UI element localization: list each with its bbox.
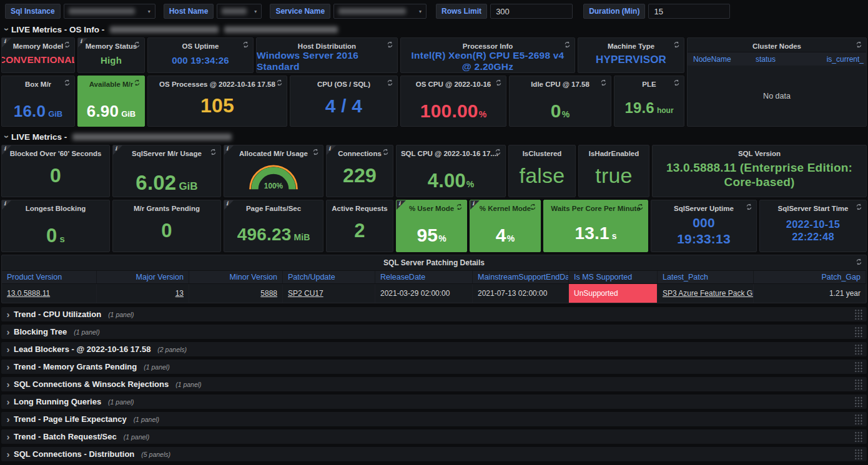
- panel-memory-grants-pending: M/r Grants Pending 0: [112, 200, 221, 252]
- column-header-patch-update[interactable]: Patch/Update: [283, 271, 375, 283]
- info-icon[interactable]: i: [224, 200, 234, 210]
- cell-major-version[interactable]: 13: [97, 284, 189, 303]
- column-header-mainstream-support[interactable]: MainstreamSupportEndDate: [473, 271, 569, 283]
- info-icon[interactable]: i: [470, 200, 480, 210]
- refresh-icon[interactable]: [673, 79, 680, 86]
- cluster-nodes-header: NodeName status is_current_: [688, 52, 866, 66]
- panel-is-clustered: IsClustered false: [508, 145, 576, 197]
- panel-blocked-over-60: i Blocked Over '60' Seconds 0: [1, 145, 110, 197]
- info-icon[interactable]: i: [78, 38, 87, 47]
- cell-product-version[interactable]: 13.0.5888.11: [2, 284, 97, 303]
- info-icon[interactable]: i: [2, 38, 11, 47]
- refresh-icon[interactable]: [134, 41, 141, 48]
- column-header-release-date[interactable]: ReleaseDate: [375, 271, 473, 283]
- sql-instance-select[interactable]: ▾: [64, 4, 155, 19]
- cell-patch-update[interactable]: SP2 CU17: [283, 284, 375, 303]
- column-header-status[interactable]: status: [750, 55, 809, 64]
- info-icon[interactable]: i: [2, 145, 11, 155]
- row-trend-memory-grants[interactable]: › Trend - Memory Grants Pending (1 panel…: [1, 360, 867, 374]
- panel-title: SqlServer Uptime: [651, 200, 756, 212]
- drag-handle[interactable]: [854, 309, 863, 320]
- refresh-icon[interactable]: [134, 79, 141, 86]
- info-icon[interactable]: i: [224, 145, 234, 155]
- stat-value: 100.00: [420, 100, 478, 122]
- refresh-icon[interactable]: [856, 258, 862, 265]
- section-header-live-metrics[interactable]: › LIVE Metrics -: [2, 130, 867, 143]
- stat-value: 0: [50, 164, 61, 187]
- section-header-os-info[interactable]: › LIVE Metrics - OS Info -: [2, 23, 867, 36]
- row-trend-cpu-utilization[interactable]: › Trend - CPU Utilization (1 panel): [1, 307, 867, 321]
- row-panel-count: (1 panel): [108, 311, 134, 318]
- drag-handle[interactable]: [854, 414, 863, 424]
- drag-handle[interactable]: [854, 379, 863, 389]
- refresh-icon[interactable]: [242, 41, 249, 48]
- refresh-icon[interactable]: [387, 79, 393, 86]
- stat-value: 0: [551, 100, 561, 122]
- chevron-right-icon: ›: [4, 380, 12, 389]
- row-trend-page-life-expectancy[interactable]: › Trend - Page Life Expectancy (1 panel): [1, 412, 867, 426]
- refresh-icon[interactable]: [210, 149, 217, 155]
- column-header-minor-version[interactable]: Minor Version: [189, 271, 283, 283]
- row-sql-connections-distribution[interactable]: › SQL Connections - Distribution (5 pane…: [1, 447, 867, 461]
- stat-unit: GiB: [121, 109, 136, 119]
- stat-value: 105: [200, 94, 234, 117]
- stat-unit: %: [562, 109, 570, 119]
- stat-value: HYPERVISOR: [596, 54, 666, 66]
- column-header-latest-patch[interactable]: Latest_Patch: [658, 271, 754, 283]
- stat-unit: hour: [657, 106, 674, 115]
- cell-latest-patch[interactable]: SP3 Azure Feature Pack GDR: [658, 284, 754, 303]
- column-header-patch-gap[interactable]: Patch_Gap: [754, 271, 866, 283]
- refresh-icon[interactable]: [312, 149, 319, 155]
- refresh-icon[interactable]: [564, 41, 571, 48]
- row-long-running-queries[interactable]: › Long Running Queries (1 panel): [1, 394, 867, 409]
- service-name-select[interactable]: ▾: [333, 4, 427, 19]
- row-lead-blockers[interactable]: › Lead Blockers - @ 2022-10-16 17.58 (2 …: [1, 342, 867, 356]
- refresh-icon[interactable]: [600, 79, 607, 86]
- stat-value: 95: [417, 225, 438, 246]
- drag-handle[interactable]: [854, 344, 863, 355]
- refresh-icon[interactable]: [276, 79, 283, 86]
- host-name-select[interactable]: ▾: [217, 4, 262, 19]
- row-panel-count: (1 panel): [134, 416, 159, 423]
- refresh-icon[interactable]: [382, 149, 389, 155]
- drag-handle[interactable]: [854, 326, 863, 337]
- refresh-icon[interactable]: [387, 41, 393, 48]
- cell-minor-version[interactable]: 5888: [189, 284, 283, 303]
- refresh-icon[interactable]: [856, 203, 862, 210]
- refresh-icon[interactable]: [637, 203, 644, 210]
- column-header-is-ms-supported[interactable]: Is MS Supported: [569, 271, 658, 283]
- column-header-nodename[interactable]: NodeName: [688, 55, 750, 64]
- refresh-icon[interactable]: [746, 203, 752, 210]
- panel-title: Allocated M/r Usage: [224, 145, 323, 157]
- refresh-icon[interactable]: [856, 41, 862, 48]
- info-icon[interactable]: i: [2, 200, 11, 210]
- refresh-icon[interactable]: [64, 41, 71, 48]
- drag-handle[interactable]: [854, 396, 863, 407]
- info-icon[interactable]: i: [113, 145, 122, 155]
- drag-handle[interactable]: [854, 431, 863, 442]
- refresh-icon[interactable]: [456, 203, 463, 210]
- drag-handle[interactable]: [854, 449, 863, 459]
- panel-os-processes: OS Processes @ 2022-10-16 17.58 105: [147, 76, 287, 127]
- column-header-is-current[interactable]: is_current_: [809, 55, 866, 64]
- row-sql-connections-winsock[interactable]: › SQL Connections & Winsock Rejections (…: [1, 377, 867, 391]
- refresh-icon[interactable]: [495, 79, 502, 86]
- refresh-icon[interactable]: [495, 149, 501, 155]
- drag-handle[interactable]: [854, 361, 863, 372]
- duration-input[interactable]: [648, 4, 730, 19]
- refresh-icon[interactable]: [64, 79, 71, 86]
- refresh-icon[interactable]: [530, 203, 536, 210]
- column-header-major-version[interactable]: Major Version: [97, 271, 189, 283]
- panel-cpu-os-sql: CPU (OS / SQL) 4 / 4: [290, 76, 398, 127]
- stat-value: 0: [46, 225, 57, 247]
- info-icon[interactable]: i: [327, 145, 336, 155]
- row-blocking-tree[interactable]: › Blocking Tree (1 panel): [1, 325, 867, 339]
- info-icon[interactable]: i: [397, 200, 406, 210]
- column-header-product-version[interactable]: Product Version: [2, 271, 97, 283]
- rows-limit-input[interactable]: [490, 4, 573, 19]
- refresh-icon[interactable]: [673, 41, 680, 48]
- row-trend-batch-request[interactable]: › Trend - Batch Request/Sec (1 panel): [1, 429, 867, 444]
- stat-value: CONVENTIONAL: [1, 54, 75, 66]
- panel-os-cpu: OS CPU @ 2022-10-16 100.00 %: [400, 76, 506, 127]
- cell-mainstream-support-end: 2021-07-13 02:00:00: [473, 284, 569, 303]
